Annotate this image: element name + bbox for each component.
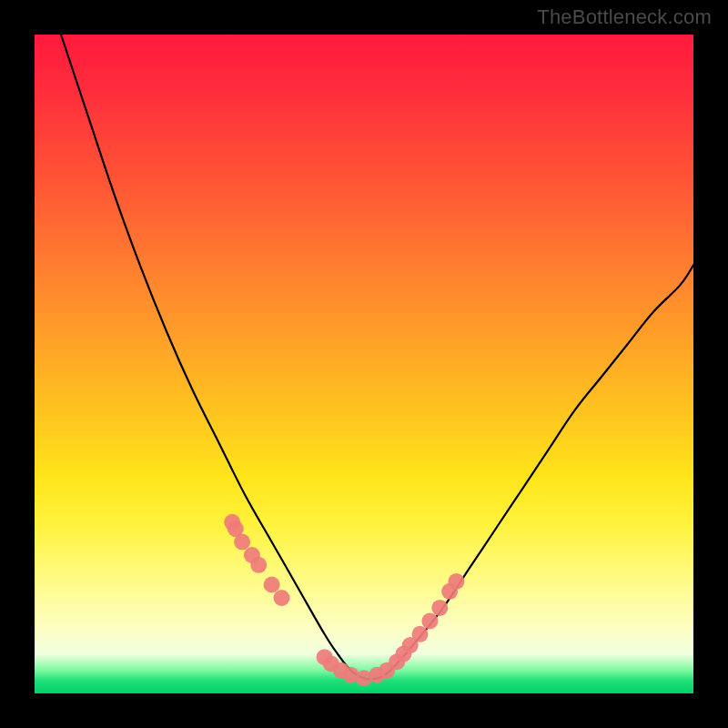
plot-area: [35, 35, 693, 693]
marker-dot: [431, 600, 448, 616]
marker-dot: [421, 612, 438, 629]
watermark-text: TheBottleneck.com: [537, 5, 712, 29]
marker-dot: [234, 534, 250, 551]
chart-svg: [35, 35, 693, 693]
chart-frame: TheBottleneck.com: [0, 0, 728, 728]
marker-dot: [250, 557, 267, 573]
marker-dot: [264, 577, 280, 593]
marker-dot: [274, 590, 290, 606]
markers-group: [224, 514, 464, 687]
marker-dot: [412, 626, 429, 642]
marker-dot: [448, 573, 464, 590]
curve-path: [61, 35, 693, 680]
